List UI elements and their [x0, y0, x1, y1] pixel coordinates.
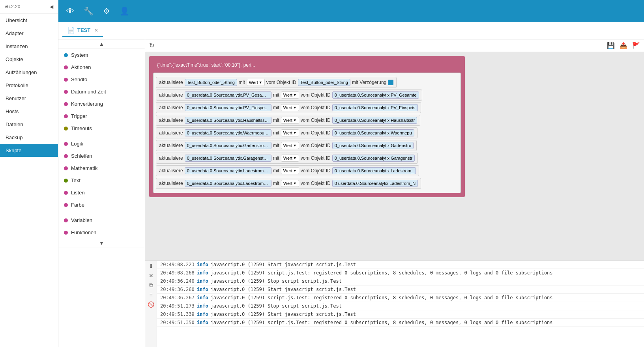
- action-block-row: aktualisiere0_userdata.0.Sourceanalytix.…: [156, 140, 458, 151]
- action-block[interactable]: aktualisiere0_userdata.0.Sourceanalytix.…: [156, 90, 422, 101]
- block-id: 0_userdata.0.Sourceanalytix.PV_Einspeis: [332, 104, 418, 111]
- log-row: 20:49:36.267infojavascript.0 (1259) scri…: [157, 294, 644, 302]
- block-dropdown[interactable]: Wert ▼: [281, 142, 299, 149]
- category-item-konvertierung[interactable]: Konvertierung: [58, 98, 145, 110]
- category-item-text[interactable]: Text: [58, 174, 145, 187]
- block-keyword: vom Objekt ID: [301, 143, 331, 148]
- tools-icon[interactable]: 🔧: [84, 6, 94, 16]
- action-block[interactable]: aktualisiereTest_Button_oder_StringmitWe…: [156, 77, 397, 88]
- log-message: javascript.0 (1259) script.js.Test: regi…: [211, 270, 553, 276]
- category-item-variablen[interactable]: Variablen: [58, 214, 145, 226]
- sidebar-item-benutzer[interactable]: Benutzer: [0, 92, 58, 105]
- log-message: javascript.0 (1259) Stop script script.j…: [211, 278, 342, 284]
- category-label: Timeouts: [71, 125, 92, 131]
- log-disable-btn[interactable]: 🚫: [148, 301, 154, 308]
- block-dropdown[interactable]: Wert ▼: [281, 104, 299, 111]
- category-item-listen[interactable]: Listen: [58, 187, 145, 199]
- sidebar-item-protokolle[interactable]: Protokolle: [0, 79, 58, 92]
- log-row: 20:49:36.240infojavascript.0 (1259) Stop…: [157, 277, 644, 285]
- log-panel: ⬇✕⧉≡🚫 20:49:08.223infojavascript.0 (1259…: [145, 260, 644, 347]
- sidebar-item-skripte[interactable]: Skripte: [0, 144, 58, 157]
- log-timestamp: 20:49:51.350: [160, 320, 195, 325]
- action-block[interactable]: aktualisiere0_userdata.0.Sourceanalytix.…: [156, 127, 417, 138]
- block-dropdown[interactable]: Wert ▼: [281, 117, 299, 124]
- block-id: 0 userdata.0.Sourceanalytix.Ladestrom_N: [332, 180, 418, 187]
- sidebar-item-instanzen[interactable]: Instanzen: [0, 40, 58, 53]
- view-icon[interactable]: 👁: [66, 7, 74, 16]
- refresh-btn[interactable]: ↻: [149, 42, 154, 49]
- category-item-datum-und-zeit[interactable]: Datum und Zeit: [58, 86, 145, 98]
- log-timestamp: 20:49:36.260: [160, 287, 195, 292]
- save-btn[interactable]: 💾: [607, 42, 615, 49]
- action-block-row: aktualisiere0_userdata.0.Sourceanalytix.…: [156, 178, 458, 189]
- block-dropdown[interactable]: Wert ▼: [281, 129, 299, 136]
- block-checkbox[interactable]: [388, 80, 393, 85]
- log-menu-btn[interactable]: ≡: [149, 292, 152, 298]
- category-item-funktionen[interactable]: Funktionen: [58, 226, 145, 239]
- tab-close-btn[interactable]: ✕: [94, 28, 98, 33]
- log-row: 20:49:51.273infojavascript.0 (1259) Stop…: [157, 302, 644, 310]
- sidebar-header: v6.2.20 ◀: [0, 0, 58, 14]
- category-item-schleifen[interactable]: Schleifen: [58, 150, 145, 162]
- category-label: Funktionen: [71, 229, 96, 235]
- sidebar-item-aufzählungen[interactable]: Aufzählungen: [0, 66, 58, 79]
- action-block[interactable]: aktualisiere0_userdata.0.Sourceanalytix.…: [156, 153, 418, 164]
- block-id: 0_userdata.0.Sourceanalytix.Haushaltsstr: [332, 117, 417, 124]
- category-label: Text: [71, 177, 80, 183]
- log-message: javascript.0 (1259) script.js.Test: regi…: [211, 295, 553, 300]
- block-dropdown[interactable]: Wert ▼: [281, 155, 299, 162]
- trigger-block[interactable]: {"time":{"exactTime":true,"start":"00:10…: [153, 60, 287, 70]
- category-list: SystemAktionenSendtoDatum und ZeitKonver…: [58, 49, 145, 239]
- log-content: 20:49:08.223infojavascript.0 (1259) Star…: [157, 261, 644, 347]
- action-block[interactable]: aktualisiere0_userdata.0.Sourceanalytix.…: [156, 102, 421, 113]
- sidebar-item-dateien[interactable]: Dateien: [0, 118, 58, 131]
- export-btn[interactable]: 📤: [620, 42, 627, 49]
- category-dot: [64, 179, 68, 183]
- sidebar-item-adapter[interactable]: Adapter: [0, 27, 58, 40]
- script-content: {"time":{"exactTime":true,"start":"00:10…: [145, 52, 644, 201]
- sidebar-item-objekte[interactable]: Objekte: [0, 53, 58, 66]
- block-keyword: vom Objekt ID: [301, 118, 331, 123]
- block-keyword: mit: [273, 118, 279, 123]
- tab-bar: 📄 TEST ✕: [58, 22, 644, 39]
- sidebar-item-hosts[interactable]: Hosts: [0, 105, 58, 118]
- scroll-down-btn[interactable]: ▼: [58, 239, 145, 248]
- category-item-logik[interactable]: Logik: [58, 138, 145, 150]
- block-keyword: aktualisiere: [159, 143, 183, 148]
- action-block[interactable]: aktualisiere0_userdata.0.Sourceanalytix.…: [156, 140, 417, 151]
- category-item-sendto[interactable]: Sendto: [58, 73, 145, 86]
- sidebar-item-übersicht[interactable]: Übersicht: [0, 14, 58, 27]
- category-item-aktionen[interactable]: Aktionen: [58, 61, 145, 73]
- tab-test[interactable]: 📄 TEST ✕: [62, 24, 103, 37]
- block-keyword: mit: [239, 80, 245, 85]
- action-block[interactable]: aktualisiere0_userdata.0.Sourceanalytix.…: [156, 115, 420, 126]
- settings-icon[interactable]: ⚙: [103, 6, 110, 16]
- user-icon[interactable]: 👤: [120, 6, 129, 16]
- log-download-btn[interactable]: ⬇: [149, 263, 154, 269]
- visual-editor[interactable]: {"time":{"exactTime":true,"start":"00:10…: [145, 52, 644, 260]
- block-dropdown[interactable]: Wert ▼: [247, 79, 265, 86]
- log-timestamp: 20:49:08.223: [160, 262, 195, 267]
- category-item-timeouts[interactable]: Timeouts: [58, 122, 145, 134]
- category-item-system[interactable]: System: [58, 49, 145, 61]
- block-dropdown[interactable]: Wert ▼: [281, 91, 299, 99]
- action-block[interactable]: aktualisiere0_userdata.0.Sourceanalytix.…: [156, 178, 421, 189]
- category-dot: [64, 191, 68, 195]
- log-clear-btn[interactable]: ✕: [149, 272, 154, 279]
- action-block[interactable]: aktualisiere0_userdata.0.Sourceanalytix.…: [156, 165, 419, 176]
- category-label: Trigger: [71, 113, 87, 119]
- log-row: 20:49:51.339infojavascript.0 (1259) Star…: [157, 310, 644, 319]
- sidebar-item-backup[interactable]: Backup: [0, 131, 58, 144]
- log-copy-btn[interactable]: ⧉: [149, 282, 153, 289]
- block-dropdown[interactable]: Wert ▼: [281, 180, 299, 187]
- block-id: 0_userdata.0.Sourceanalytix.PV_Einspeisu…: [185, 104, 271, 111]
- sidebar-collapse-btn[interactable]: ◀: [50, 4, 53, 9]
- flag-btn[interactable]: 🚩: [632, 42, 640, 49]
- category-item-mathematik[interactable]: Mathematik: [58, 162, 145, 174]
- category-item-farbe[interactable]: Farbe: [58, 199, 145, 211]
- block-dropdown[interactable]: Wert ▼: [281, 167, 299, 174]
- block-id: 0_userdata.0.Sourceanalytix.Ladestrom_: [332, 167, 416, 174]
- scroll-up-btn[interactable]: ▲: [58, 39, 145, 49]
- editor-area: ▲ SystemAktionenSendtoDatum und ZeitKonv…: [58, 39, 644, 347]
- category-item-trigger[interactable]: Trigger: [58, 110, 145, 122]
